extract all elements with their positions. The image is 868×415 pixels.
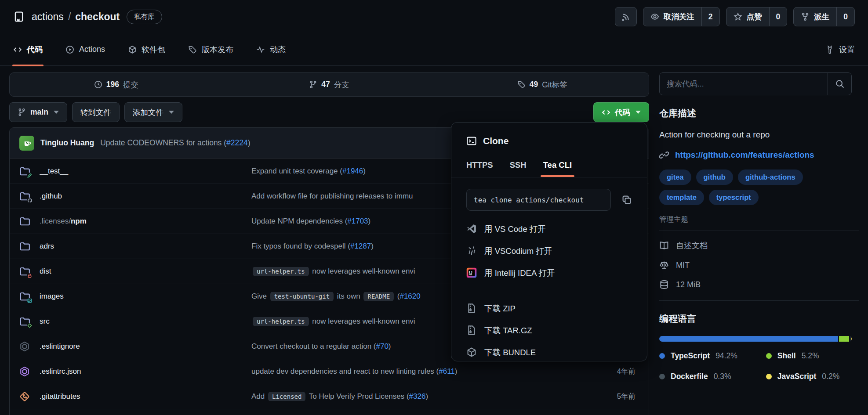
- search-input[interactable]: [660, 73, 828, 95]
- tab-packages[interactable]: 软件包: [128, 33, 165, 65]
- clone-tab-tea-cli[interactable]: Tea CLI: [543, 160, 572, 177]
- meta-law[interactable]: MIT: [659, 256, 859, 275]
- topic-github[interactable]: github: [696, 170, 733, 185]
- file-name-link[interactable]: src: [40, 317, 246, 326]
- clone-tab-ssh[interactable]: SSH: [510, 160, 527, 177]
- file-toolbar: main 转到文件 添加文件 代码: [9, 102, 649, 122]
- topic-github-actions[interactable]: github-actions: [738, 170, 803, 185]
- fork-count[interactable]: 0: [836, 7, 854, 26]
- repo-meta-list: 自述文档MIT12 MiB: [659, 231, 859, 294]
- file-name-link[interactable]: .licenses/npm: [40, 217, 246, 226]
- law-icon: [659, 260, 669, 270]
- stat-Git标签[interactable]: 49Git标签: [436, 79, 649, 90]
- code-button-label: 代码: [615, 107, 630, 118]
- breadcrumb-owner[interactable]: actions: [32, 11, 64, 23]
- issue-link[interactable]: #1287: [350, 242, 371, 250]
- watch-button[interactable]: 取消关注 2: [643, 7, 720, 26]
- issue-link[interactable]: #1946: [342, 167, 363, 175]
- issue-link[interactable]: #326: [409, 392, 426, 401]
- top-header: actions / checkout 私有库 取消关注 2: [0, 0, 868, 33]
- goto-file-button[interactable]: 转到文件: [72, 102, 120, 122]
- menu-item-下载-BUNDLE[interactable]: 下载 BUNDLE: [451, 341, 647, 363]
- meta-database[interactable]: 12 MiB: [659, 275, 859, 294]
- menu-item-下载-ZIP[interactable]: 下载 ZIP: [451, 297, 647, 319]
- language-dot: [659, 374, 665, 379]
- file-name-link[interactable]: .eslintignore: [40, 342, 246, 351]
- file-name-link[interactable]: .gitattributes: [40, 392, 246, 401]
- search-icon: [835, 79, 845, 89]
- file-name-link[interactable]: dist: [40, 267, 246, 276]
- rss-button[interactable]: [615, 7, 637, 26]
- vscodium-icon: [466, 245, 477, 256]
- file-name-link[interactable]: .eslintrc.json: [40, 367, 246, 376]
- language-bar: [659, 336, 852, 342]
- file-name-link[interactable]: adrs: [40, 242, 246, 251]
- commit-message: Update CODEOWNERS for actions (#2224): [100, 138, 250, 148]
- clone-dropdown-panel: Clone HTTPSSSHTea CLI 用 VS Code 打开用 VSCo…: [451, 122, 647, 361]
- file-row: .gitattributes Add Licensed To Help Veri…: [10, 384, 649, 409]
- watch-count[interactable]: 2: [701, 7, 719, 26]
- commit-author[interactable]: Tingluo Huang: [40, 138, 94, 148]
- topic-typescript[interactable]: typescript: [709, 190, 759, 205]
- file-commit-message: update dev dependencies and react to new…: [251, 367, 581, 376]
- fork-label: 派生: [814, 11, 829, 22]
- file-name-link[interactable]: __test__: [40, 167, 246, 176]
- clone-url-input[interactable]: [466, 189, 611, 211]
- eye-icon: [650, 12, 659, 21]
- menu-item-下载-TAR.GZ[interactable]: 下载 TAR.GZ: [451, 319, 647, 341]
- stat-提交[interactable]: 196提交: [10, 79, 223, 90]
- language-Shell: Shell5.2%: [766, 351, 859, 361]
- download-list: 下载 ZIP下载 TAR.GZ下载 BUNDLE: [451, 297, 647, 363]
- file-age: 4年前: [586, 367, 636, 376]
- menu-item-用-VSCodium-打开[interactable]: 用 VSCodium 打开: [451, 240, 647, 262]
- file-name-link[interactable]: images: [40, 292, 246, 301]
- code-button[interactable]: 代码: [593, 102, 649, 122]
- idea-icon: IJ: [466, 267, 477, 278]
- tab-activity[interactable]: 动态: [256, 33, 286, 65]
- issue-link[interactable]: #2224: [226, 138, 248, 147]
- breadcrumb-repo[interactable]: checkout: [75, 11, 120, 23]
- tab-code[interactable]: 代码: [13, 33, 43, 65]
- topic-template[interactable]: template: [659, 190, 704, 205]
- add-file-button[interactable]: 添加文件: [124, 102, 182, 122]
- copy-icon[interactable]: [621, 195, 632, 205]
- image-overlay-icon: [27, 298, 33, 303]
- search-button[interactable]: [828, 73, 851, 95]
- menu-item-用-Intellij-IDEA-打开[interactable]: IJ用 Intellij IDEA 打开: [451, 262, 647, 284]
- code-search-box: [659, 72, 852, 95]
- manage-topics-link[interactable]: 管理主题: [659, 215, 688, 224]
- issue-link[interactable]: #70: [376, 342, 388, 350]
- avatar[interactable]: [19, 136, 34, 151]
- hexagon-icon: [19, 341, 31, 352]
- language-dot: [766, 353, 772, 359]
- chevron-down-icon: [54, 111, 59, 114]
- open-with-list: 用 VS Code 打开用 VSCodium 打开 IJ用 Intellij I…: [451, 218, 647, 284]
- meta-book[interactable]: 自述文档: [659, 235, 859, 256]
- star-label: 点赞: [747, 11, 762, 22]
- tab-settings[interactable]: 设置: [825, 44, 855, 55]
- star-button[interactable]: 点赞 0: [726, 7, 788, 26]
- star-count[interactable]: 0: [769, 7, 787, 26]
- clone-tab-https[interactable]: HTTPS: [466, 160, 493, 177]
- menu-item-用-VS-Code-打开[interactable]: 用 VS Code 打开: [451, 218, 647, 240]
- lock-overlay-icon: [27, 273, 33, 278]
- private-badge: 私有库: [127, 10, 162, 24]
- website-link[interactable]: https://github.com/features/actions: [675, 150, 814, 160]
- divider: [451, 290, 647, 290]
- stat-分支[interactable]: 47分支: [223, 79, 436, 90]
- tab-releases[interactable]: 版本发布: [188, 33, 233, 65]
- topic-gitea[interactable]: gitea: [659, 170, 691, 185]
- language-bar-segment: [850, 336, 850, 342]
- chevron-down-icon: [169, 111, 174, 114]
- tab-actions[interactable]: Actions: [65, 33, 105, 65]
- file-name-link[interactable]: .github: [40, 192, 246, 201]
- issue-link[interactable]: #1620: [399, 292, 420, 300]
- fork-button[interactable]: 派生 0: [793, 7, 855, 26]
- goto-file-label: 转到文件: [80, 107, 111, 118]
- language-bar-segment: [851, 336, 852, 342]
- issue-link[interactable]: #611: [439, 367, 455, 375]
- file-age: 5年前: [586, 392, 636, 401]
- branch-selector[interactable]: main: [9, 102, 67, 122]
- language-JavaScript: JavaScript0.2%: [766, 372, 859, 381]
- issue-link[interactable]: #1703: [347, 217, 368, 225]
